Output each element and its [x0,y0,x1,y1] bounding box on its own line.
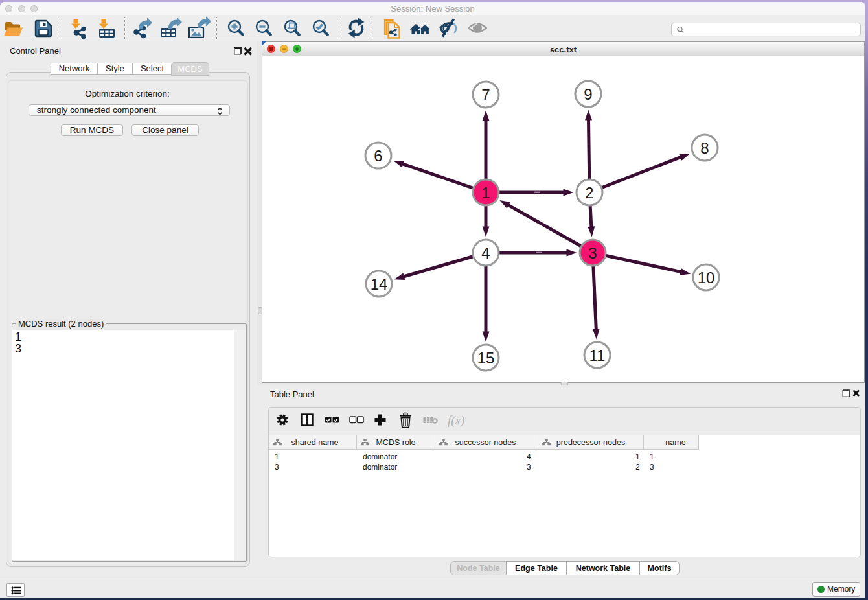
svg-text:3: 3 [588,244,597,262]
svg-text:14: 14 [371,275,388,293]
svg-text:6: 6 [374,147,382,165]
svg-text:11: 11 [589,347,606,364]
svg-text:1: 1 [481,184,490,202]
svg-text:15: 15 [477,349,495,367]
svg-text:9: 9 [584,86,592,103]
svg-text:8: 8 [700,139,709,157]
svg-text:2: 2 [585,184,593,202]
svg-text:10: 10 [698,269,715,286]
svg-text:f(x): f(x) [448,413,464,428]
svg-text:4: 4 [481,244,490,262]
svg-text:7: 7 [481,86,490,104]
